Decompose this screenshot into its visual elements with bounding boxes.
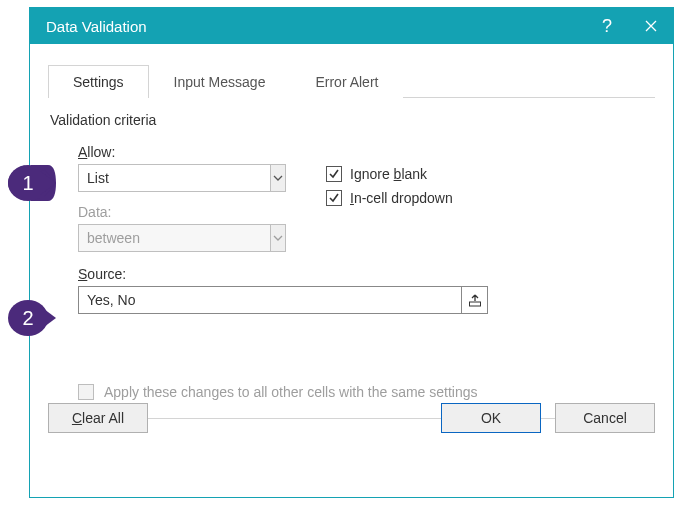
criteria-panel: Allow: Data: [48, 134, 655, 406]
apply-changes-label: Apply these changes to all other cells w… [104, 384, 478, 400]
data-dropdown-caret [270, 225, 285, 251]
chevron-down-icon [273, 175, 283, 181]
checkbox-box [78, 384, 94, 400]
data-label: Data: [78, 204, 308, 220]
checkbox-box [326, 166, 342, 182]
tab-input-message[interactable]: Input Message [149, 65, 291, 98]
data-input [79, 225, 270, 251]
source-label: Source: [78, 266, 639, 282]
source-input[interactable] [79, 287, 461, 313]
annotation-callout-1: 1 [6, 163, 56, 203]
window-title: Data Validation [46, 18, 585, 35]
ignore-blank-checkbox[interactable]: Ignore blank [326, 166, 453, 182]
allow-dropdown-caret[interactable] [270, 165, 285, 191]
close-button[interactable] [629, 8, 673, 44]
button-row: Clear All OK Cancel [48, 403, 655, 433]
tab-bar: Settings Input Message Error Alert [48, 64, 655, 98]
allow-dropdown[interactable] [78, 164, 286, 192]
clear-all-button[interactable]: Clear All [48, 403, 148, 433]
range-picker-icon [468, 293, 482, 307]
incell-dropdown-checkbox[interactable]: In-cell dropdown [326, 190, 453, 206]
ok-button[interactable]: OK [441, 403, 541, 433]
help-button[interactable]: ? [585, 8, 629, 44]
chevron-down-icon [273, 235, 283, 241]
data-dropdown [78, 224, 286, 252]
annotation-callout-2: 2 [6, 298, 56, 338]
source-input-row[interactable] [78, 286, 488, 314]
ignore-blank-label: Ignore blank [350, 166, 427, 182]
titlebar: Data Validation ? [30, 8, 673, 44]
dialog-body: Settings Input Message Error Alert Valid… [30, 44, 673, 447]
close-icon [644, 19, 658, 33]
tab-error-alert[interactable]: Error Alert [290, 65, 403, 98]
validation-criteria-label: Validation criteria [48, 112, 655, 128]
cancel-button[interactable]: Cancel [555, 403, 655, 433]
checkmark-icon [328, 192, 340, 204]
allow-label: Allow: [78, 144, 308, 160]
range-picker-button[interactable] [461, 287, 487, 313]
allow-input[interactable] [79, 165, 270, 191]
data-validation-dialog: Data Validation ? Settings Input Message… [29, 7, 674, 498]
svg-rect-2 [469, 302, 480, 306]
apply-changes-checkbox: Apply these changes to all other cells w… [78, 384, 639, 400]
checkbox-box [326, 190, 342, 206]
checkmark-icon [328, 168, 340, 180]
incell-dropdown-label: In-cell dropdown [350, 190, 453, 206]
tab-settings[interactable]: Settings [48, 65, 149, 98]
